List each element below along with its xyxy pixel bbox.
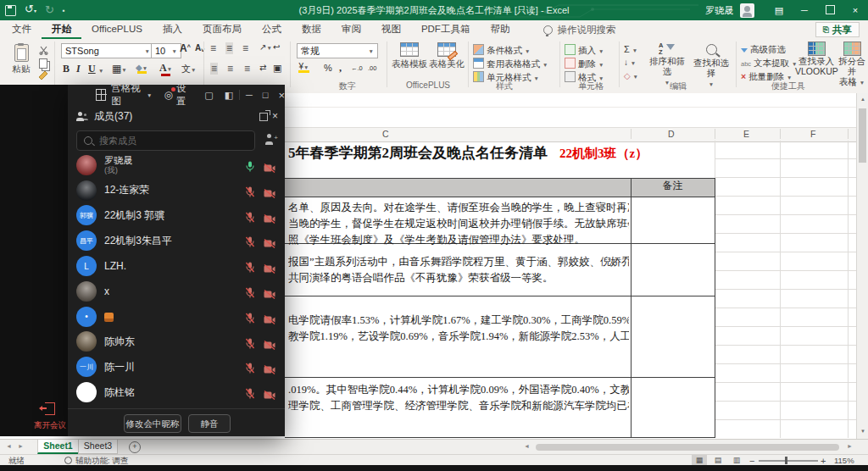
font-size-combo[interactable]: 10▼ [151, 43, 181, 58]
table-template-button[interactable]: 表格模板 [392, 42, 427, 70]
member-row[interactable]: 陈帅东 [68, 330, 285, 355]
mic-muted-icon[interactable] [245, 312, 255, 327]
member-row[interactable]: 郭骥22机制3 郭骥 [68, 203, 285, 229]
mic-muted-icon[interactable] [245, 286, 255, 302]
decrease-decimal-icon[interactable]: .00 [368, 64, 376, 72]
popout-icon[interactable] [259, 113, 268, 121]
scroll-down-icon[interactable]: ▼ [857, 429, 868, 434]
camera-off-icon[interactable] [264, 236, 275, 252]
tell-me-search[interactable]: 操作说明搜索 [543, 24, 615, 36]
account-avatar[interactable] [740, 3, 754, 18]
mic-muted-icon[interactable] [245, 236, 255, 251]
camera-off-icon[interactable] [264, 262, 275, 277]
menu-tab-3[interactable]: OfficePLUS [81, 20, 153, 37]
column-header-e[interactable]: E [743, 129, 749, 139]
member-row[interactable]: 12-连家荣 [68, 178, 285, 203]
insert-cells-button[interactable]: 插入 ▼ [565, 44, 604, 57]
menu-tab-11[interactable]: 帮助 [480, 20, 520, 37]
autosum-button[interactable]: Σ ▼ [624, 44, 637, 54]
fullscreen-icon[interactable]: ▢ [204, 90, 213, 101]
menu-tab-4[interactable]: 插入 [153, 20, 192, 37]
member-row[interactable]: LLZH. [68, 253, 285, 279]
fill-button[interactable]: ↓ ▼ [624, 58, 636, 67]
paste-button[interactable]: 粘贴 [8, 44, 34, 75]
search-input[interactable] [97, 135, 228, 147]
tab-scroll-left-icon[interactable]: ◄ [6, 443, 12, 449]
add-member-icon[interactable]: + [264, 134, 278, 146]
account-name[interactable]: 罗骁晟 [705, 4, 733, 17]
underline-button[interactable]: U [88, 63, 96, 75]
cut-button[interactable] [37, 46, 49, 57]
zoom-level[interactable]: 115% [834, 456, 854, 465]
menu-tab-6[interactable]: 公式 [252, 20, 292, 37]
column-header-c[interactable]: C [382, 129, 389, 139]
align-middle-icon[interactable]: ≡ [225, 42, 233, 54]
mic-on-icon[interactable] [245, 160, 255, 175]
camera-off-icon[interactable] [264, 287, 275, 302]
increase-decimal-icon[interactable]: ←.0 [351, 64, 363, 72]
camera-off-icon[interactable] [264, 161, 275, 176]
member-row[interactable]: 昌平22机制3朱昌平 [68, 228, 285, 253]
menu-tab-10[interactable]: PDF工具箱 [411, 20, 481, 37]
grid-view-label[interactable]: 宫格视图 [111, 82, 144, 108]
close-button[interactable]: × [843, 0, 868, 20]
menu-tab-8[interactable]: 审阅 [331, 20, 371, 37]
advanced-filter-button[interactable]: 高级筛选 [741, 44, 786, 56]
accounting-format-icon[interactable]: ¥▼ [298, 62, 309, 73]
member-row[interactable]: 一川陈一川 [68, 354, 285, 380]
sheet-tab-sheet1[interactable]: Sheet1 [37, 440, 79, 454]
vertical-scrollbar[interactable]: ▲ ▼ [856, 93, 868, 439]
side-panel-icon[interactable]: ◧ [225, 90, 233, 101]
camera-off-icon[interactable] [264, 186, 275, 202]
mic-muted-icon[interactable] [245, 387, 255, 402]
leave-meeting-button[interactable]: 离开会议 [32, 402, 68, 431]
rename-button[interactable]: 修改会中昵称 [124, 414, 181, 433]
italic-button[interactable]: I [76, 63, 81, 75]
camera-off-icon[interactable] [264, 363, 275, 378]
collapse-ribbon-icon[interactable]: ∧ [851, 80, 857, 88]
grid-view-icon[interactable] [96, 89, 106, 101]
tab-scroll-right-icon[interactable]: ► [18, 443, 24, 449]
column-header-d[interactable]: D [668, 129, 675, 139]
delete-cells-button[interactable]: 删除 ▼ [565, 58, 604, 70]
scroll-up-icon[interactable]: ▲ [857, 97, 868, 102]
mic-muted-icon[interactable] [245, 186, 255, 201]
table-beautify-button[interactable]: 表格美化 [429, 42, 465, 70]
sheet-text-row[interactable]: .019%。其中智电学院0.44%，计算机学院0.09%，外国语学院0.40%，… [288, 378, 629, 414]
sheet-tab-sheet3[interactable]: Sheet3 [78, 440, 118, 454]
comma-style-icon[interactable]: , [339, 62, 342, 75]
font-color-button[interactable]: A▼ [159, 62, 172, 76]
hscroll-right-icon[interactable]: ► [847, 443, 853, 449]
remark-header-cell[interactable]: 备注 [631, 179, 715, 197]
merge-center-icon[interactable]: ▣ [273, 63, 281, 74]
font-name-combo[interactable]: STSong▼ [61, 43, 154, 58]
sheet-text-row[interactable]: 电学院请假率1.53%，计算机学院1.67%，建工学院0.30%，工商学院0.5… [288, 296, 629, 345]
fill-color-button[interactable]: ◆▼ [136, 62, 147, 74]
zoom-slider-track[interactable] [759, 460, 818, 462]
increase-font-icon[interactable]: A˄ [180, 42, 191, 54]
underline-dropdown-icon[interactable]: ▼ [98, 68, 103, 74]
zoom-slider-thumb[interactable] [785, 457, 787, 464]
phonetic-guide-button[interactable]: 文▼ [181, 63, 196, 75]
sheet-text-row[interactable]: 报国”主题系列活动中，由音乐舞蹈学院程万里、黄于涵、郭姣姣、倪娇乔四位共同演绎的… [288, 244, 629, 286]
camera-off-icon[interactable] [264, 313, 275, 328]
panel-minimize-icon[interactable]: ─ [246, 90, 253, 100]
new-sheet-icon[interactable]: + [129, 441, 141, 453]
sheet-title-cell[interactable]: 5年春季学期第2周班会及晚点名任务清单22机制3班（z） [288, 143, 854, 163]
ribbon-display-options-icon[interactable]: ▤ [766, 0, 792, 20]
align-bottom-icon[interactable]: ≡ [242, 42, 248, 54]
wrap-text-icon[interactable]: ↩ [273, 42, 280, 52]
align-top-icon[interactable]: ≡ [210, 42, 216, 54]
share-button[interactable]: ⎘ 共享 [815, 22, 860, 37]
normal-view-icon[interactable]: ▦ [692, 455, 707, 465]
orientation-icon[interactable]: ↗▼ [259, 42, 272, 52]
indent-icons[interactable]: ⇄ [259, 63, 266, 72]
menu-tab-7[interactable]: 数据 [292, 20, 331, 37]
sheet-text-row[interactable]: 名单、原因及去向。对在途学生、请假至班会当晚的学生，晚上查寝时再次确认学当晚的学… [288, 197, 629, 248]
member-row[interactable]: • [68, 304, 285, 330]
borders-button[interactable]: ▦▼ [112, 63, 127, 75]
member-row[interactable]: x [68, 279, 285, 304]
mic-muted-icon[interactable] [245, 211, 255, 226]
align-center-icon[interactable]: ≡ [227, 63, 233, 75]
percent-style-icon[interactable]: % [324, 63, 332, 73]
